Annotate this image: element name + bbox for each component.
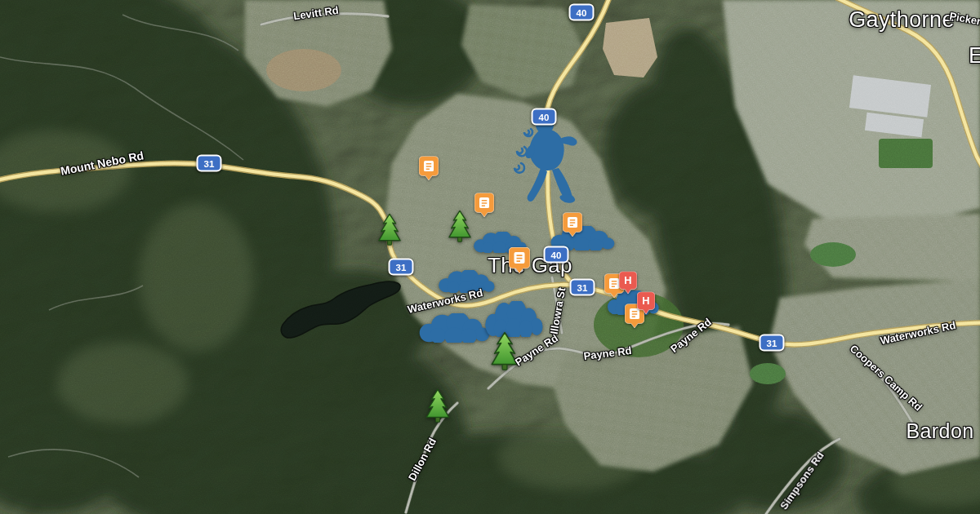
- hospital-pin[interactable]: H: [619, 271, 637, 297]
- document-icon: [563, 212, 582, 237]
- route-shield-40: 40: [569, 4, 595, 21]
- poi-pin-orange[interactable]: [419, 156, 439, 184]
- place-label-gaythorne: Gaythorne: [849, 7, 955, 33]
- hospital-letter: H: [624, 274, 631, 286]
- route-shield-31: 31: [197, 155, 222, 172]
- clipped-place-label: E: [969, 43, 980, 69]
- route-shield-40: 40: [544, 246, 569, 264]
- poi-pin-orange[interactable]: [563, 212, 582, 240]
- hospital-letter: H: [642, 295, 649, 307]
- hospital-pin[interactable]: H: [637, 291, 655, 317]
- poi-pin-orange[interactable]: [474, 193, 494, 220]
- place-label-bardon: Bardon: [906, 419, 973, 443]
- poi-pin-orange[interactable]: [509, 247, 530, 277]
- document-icon: [419, 156, 439, 180]
- document-icon: [474, 193, 494, 217]
- hospital-icon: H: [619, 271, 637, 294]
- route-shield-31: 31: [570, 279, 595, 296]
- document-icon: [509, 247, 530, 273]
- satellite-map-canvas[interactable]: Gaythorne The Gap Bardon E Levitt Rd Pic…: [0, 0, 980, 514]
- route-shield-31: 31: [760, 335, 785, 352]
- route-shield-31: 31: [389, 259, 414, 276]
- hospital-icon: H: [637, 291, 655, 314]
- route-shield-40: 40: [532, 109, 557, 126]
